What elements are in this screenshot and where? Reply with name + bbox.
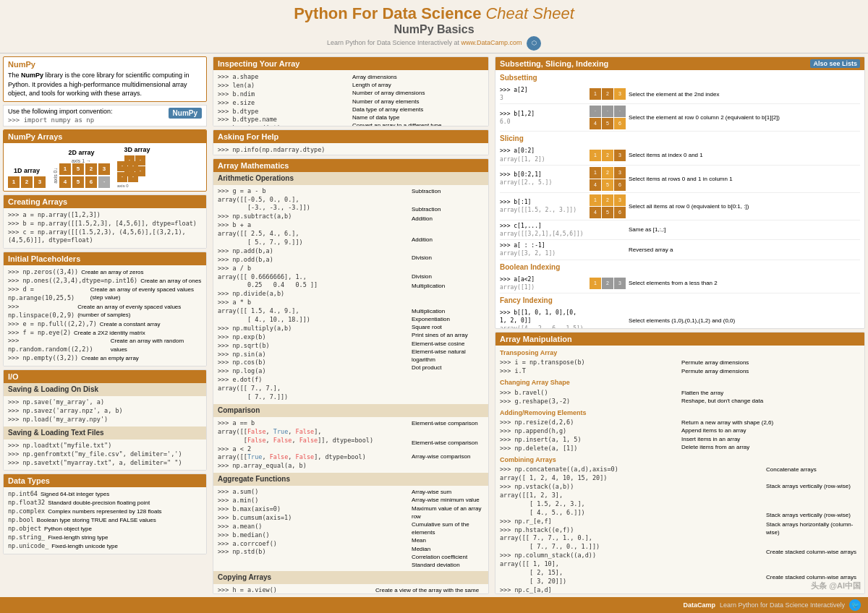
transposing-label: Transposing Array	[500, 348, 860, 358]
inspecting-section: Inspecting Your Array >>> a.shape >>> le…	[213, 56, 489, 127]
io-header: I/O	[4, 370, 206, 383]
main-title: Python For Data Science Cheat Sheet	[0, 4, 868, 23]
asking-help-section: Asking For Help >>> np.info(np.ndarray.d…	[213, 129, 489, 155]
placeholder-row-4: >>> np.linspace(0,2,9) Create an array o…	[8, 303, 202, 320]
slicing-label: Slicing	[500, 134, 860, 144]
numpy-title: NumPy	[8, 60, 202, 69]
import-label: Use the following import convention: Num…	[8, 108, 202, 115]
io-body: Saving & Loading On Disk >>> np.save('my…	[4, 383, 206, 470]
saving-disk-header: Saving & Loading On Disk	[4, 383, 206, 396]
placeholder-row-8: >>> np.empty((3,2)) Create an empty arra…	[8, 354, 202, 363]
array-3d-label: 3D array	[117, 146, 157, 153]
creating-code-1: >>> a = np.array([1,2,3])	[8, 211, 202, 220]
footer: DataCamp Learn Python for Data Science I…	[0, 597, 868, 613]
save-code-3: >>> np.load('my_array.npy')	[8, 416, 202, 424]
right-column: Subsetting, Slicing, Indexing Also see L…	[492, 53, 868, 597]
slice-row-2: >>> b[0:2,1]array([2., 5.]) 123 456 Sele…	[500, 166, 860, 193]
inspecting-header: Inspecting Your Array	[213, 57, 488, 70]
array-1d-visual: 123	[8, 176, 46, 188]
creating-arrays-header: Creating Arrays	[4, 195, 206, 208]
subsetting-label: Subsetting	[500, 73, 860, 83]
import-box: Use the following import convention: Num…	[3, 105, 207, 127]
placeholder-row-6: >>> f = np.eye(2) Create a 2X2 identity …	[8, 329, 202, 338]
comparison-header: Comparison	[213, 404, 488, 417]
footer-tagline: Learn Python for Data Science Interactiv…	[720, 601, 845, 609]
array-manipulation-body: Transposing Array >>> i = np.transpose(b…	[495, 346, 864, 594]
data-types-header: Data Types	[4, 474, 206, 487]
creating-code-2: >>> b = np.array([[1.5,2,3], [4,5,6]], d…	[8, 220, 202, 228]
array-2d-label: 2D array	[53, 149, 110, 156]
aggregate-header: Aggregate Functions	[213, 473, 488, 486]
numpy-arrays-section: NumPy Arrays 1D array 123 2D array axis …	[3, 129, 207, 192]
tagline: Learn Python for Data Science Interactiv…	[0, 36, 868, 51]
save-text-3: >>> np.savetxt("myarray.txt", a, delimit…	[8, 459, 202, 468]
save-code-2: >>> np.savez('array.npz', a, b)	[8, 407, 202, 416]
save-text-2: >>> np.genfromtxt("my_file.csv", delimit…	[8, 450, 202, 459]
save-code-1: >>> np.save('my_array', a)	[8, 398, 202, 407]
array-math-body: Arithmetic Operations >>> g = a - b arra…	[213, 172, 488, 594]
bool-row-1: >>> a[a<2]array([1]) 123 Select elements…	[500, 274, 860, 293]
placeholder-row-2: >>> np.ones((2,3,4),dtype=np.int16) Crea…	[8, 277, 202, 286]
initial-placeholders-body: >>> np.zeros((3,4)) Create an array of z…	[4, 265, 206, 366]
creating-code-3: >>> c = np.array([[(1.5,2,3), (4,5,6)],[…	[8, 228, 202, 246]
placeholder-row-7: >>> np.random.random((2,2)) Create an ar…	[8, 337, 202, 354]
subset-row-1: >>> a[2]3 123 Select the element at the …	[500, 85, 860, 104]
placeholder-row-5: >>> e = np.full((2,2),7) Create a consta…	[8, 320, 202, 329]
subsetting-section: Subsetting, Slicing, Indexing Also see L…	[495, 56, 865, 329]
data-types-body: np.int64 Signed 64-bit integer types np.…	[4, 487, 206, 553]
initial-placeholders-section: Initial Placeholders >>> np.zeros((3,4))…	[3, 252, 207, 366]
creating-arrays-section: Creating Arrays >>> a = np.array([1,2,3]…	[3, 194, 207, 249]
creating-arrays-body: >>> a = np.array([1,2,3]) >>> b = np.arr…	[4, 208, 206, 249]
data-types-section: Data Types np.int64 Signed 64-bit intege…	[3, 473, 207, 554]
asking-help-body: >>> np.info(np.ndarray.dtype)	[213, 143, 488, 155]
numpy-arrays-header: NumPy Arrays	[4, 130, 206, 143]
fancy-row-1: >>> b[[1, 0, 1, 0],[0, 1, 2, 0]]array([4…	[500, 307, 860, 329]
numpy-body: The NumPy library is the core library fo…	[8, 71, 202, 98]
slice-row-5: >>> a[ : :-1]array([3, 2, 1]) Reversed a…	[500, 240, 860, 260]
asking-help-header: Asking For Help	[213, 130, 488, 143]
copying-header: Copying Arrays	[213, 571, 488, 584]
subset-row-2: >>> b[1,2]6.0 ··· 456 Select the element…	[500, 104, 860, 132]
placeholder-row-3: >>> d = np.arange(10,25,5) Create an arr…	[8, 286, 202, 303]
array-1d-item: 1D array 123	[8, 167, 46, 188]
middle-column: Inspecting Your Array >>> a.shape >>> le…	[210, 53, 492, 597]
subsetting-body: Subsetting >>> a[2]3 123 Select the elem…	[495, 70, 864, 329]
array-1d-label: 1D array	[8, 167, 46, 174]
subsetting-header: Subsetting, Slicing, Indexing Also see L…	[495, 57, 864, 70]
adding-removing-label: Adding/Removing Elements	[500, 408, 860, 418]
io-section: I/O Saving & Loading On Disk >>> np.save…	[3, 369, 207, 471]
numpy-logo: NumPy	[169, 108, 202, 119]
subtitle: NumPy Basics	[0, 23, 868, 36]
watermark: 头条 @AI中国	[811, 580, 861, 591]
arithmetic-header: Arithmetic Operations	[213, 172, 488, 185]
array-manipulation-header: Array Manipulation	[495, 333, 864, 346]
array-math-header: Array Mathematics	[213, 159, 488, 172]
array-3d-item: 3D array ·· ·· ·· ·· axis 0	[117, 146, 157, 188]
slice-row-1: >>> a[0:2]array([1, 2]) 123 Select items…	[500, 145, 860, 165]
changing-shape-label: Changing Array Shape	[500, 378, 860, 387]
combining-arrays-label: Combining Arrays	[500, 455, 860, 465]
arrays-body: 1D array 123 2D array axis 1 → axis 0↓ 1…	[4, 143, 206, 191]
twitter-icon[interactable]: 🐦	[849, 599, 861, 611]
placeholder-row-1: >>> np.zeros((3,4)) Create an array of z…	[8, 268, 202, 277]
footer-brand: DataCamp	[683, 601, 715, 609]
fancy-indexing-label: Fancy Indexing	[500, 296, 860, 306]
numpy-intro-section: NumPy The NumPy library is the core libr…	[3, 56, 207, 102]
array-manipulation-section: Array Manipulation Transposing Array >>>…	[495, 332, 865, 594]
array-2d-item: 2D array axis 1 → axis 0↓ 1523 456·	[53, 149, 110, 188]
array-math-section: Array Mathematics Arithmetic Operations …	[213, 158, 489, 594]
save-text-1: >>> np.loadtxt("myfile.txt")	[8, 442, 202, 450]
also-see-badge: Also see Lists	[810, 59, 860, 68]
boolean-indexing-label: Boolean Indexing	[500, 262, 860, 273]
header: Python For Data Science Cheat Sheet NumP…	[0, 0, 868, 53]
saving-text-header: Saving & Loading Text Files	[4, 426, 206, 440]
slice-row-4: >>> c[1,...]array([[3,2,1],[4,5,6]]) Sam…	[500, 220, 860, 240]
slice-row-3: >>> b[:1]array([[1.5, 2., 3.]]) 123 456 …	[500, 193, 860, 220]
initial-placeholders-header: Initial Placeholders	[4, 252, 206, 265]
inspecting-body: >>> a.shape >>> len(a) >>> b.ndim >>> e.…	[213, 70, 488, 127]
left-column: NumPy The NumPy library is the core libr…	[0, 53, 210, 597]
